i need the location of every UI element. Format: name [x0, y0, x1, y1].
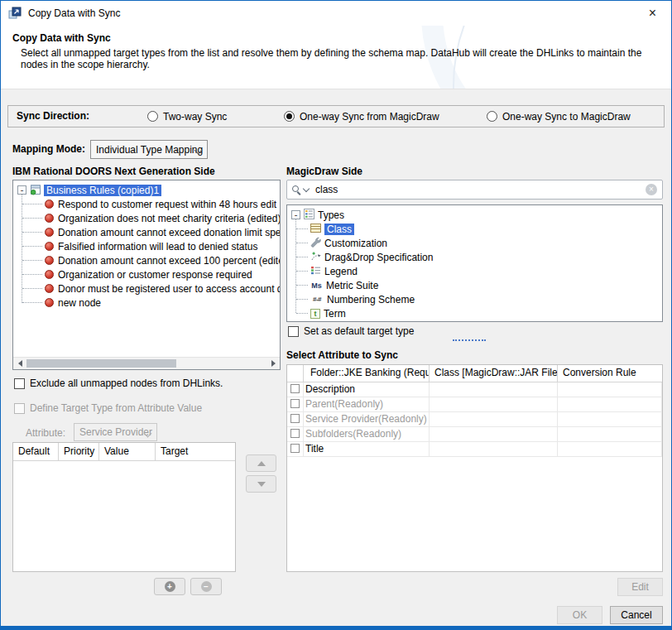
- tree-item-requirement[interactable]: Organization or customer response requir…: [13, 267, 280, 281]
- mapping-mode-select[interactable]: Individual Type Mapping: [90, 140, 208, 159]
- tree-item-label: Organization does not meet charity crite…: [58, 213, 281, 224]
- conversion-rule-cell[interactable]: [558, 442, 662, 456]
- type-search-input[interactable]: class ×: [286, 180, 663, 200]
- column-header-value: Value: [99, 443, 156, 460]
- requirement-icon: [45, 298, 54, 307]
- tree-item-requirement[interactable]: Falsified information will lead to denie…: [13, 239, 280, 253]
- mapping-mode-value: Individual Type Mapping: [96, 144, 203, 156]
- arrow-down-icon: [257, 482, 266, 491]
- attribute-checkbox[interactable]: [290, 444, 300, 453]
- tree-item-requirement[interactable]: Organization does not meet charity crite…: [13, 211, 280, 225]
- arrow-up-icon: [257, 457, 266, 466]
- clear-search-icon[interactable]: ×: [646, 184, 657, 195]
- attribute-checkbox[interactable]: [290, 399, 300, 408]
- target-attribute-cell[interactable]: [430, 412, 558, 426]
- types-icon: [304, 209, 314, 222]
- column-header-checkbox: [287, 365, 304, 382]
- conversion-rule-cell[interactable]: [558, 382, 662, 397]
- splitter-handle[interactable]: [453, 339, 486, 341]
- datahub-sync-icon: [8, 7, 22, 20]
- attribute-name: Service Provider(Readonly): [304, 412, 430, 426]
- radio-label: One-way Sync to MagicDraw: [502, 111, 631, 123]
- scroll-left-button[interactable]: [13, 358, 26, 369]
- tree-item-label: Numbering Scheme: [327, 294, 415, 305]
- conversion-rule-cell[interactable]: [558, 412, 662, 426]
- horizontal-scrollbar[interactable]: [13, 357, 280, 369]
- attribute-checkbox[interactable]: [290, 384, 300, 393]
- tree-item-types[interactable]: - Types: [287, 208, 662, 222]
- conversion-rule-cell[interactable]: [558, 427, 662, 441]
- tree-item-legend[interactable]: Legend: [287, 264, 662, 278]
- requirement-icon: [45, 200, 54, 209]
- term-icon: t: [310, 309, 320, 319]
- conversion-rule-cell[interactable]: [558, 397, 662, 411]
- tree-item-label: Metric Suite: [326, 280, 378, 291]
- tree-item-business-rules[interactable]: - Business Rules (copied)1: [13, 183, 280, 197]
- tree-item-requirement[interactable]: Respond to customer request within 48 ho…: [13, 197, 280, 211]
- tree-item-class[interactable]: Class: [287, 222, 662, 236]
- attribute-checkbox[interactable]: [290, 414, 300, 423]
- attribute-row-subfolders[interactable]: Subfolders(Readonly): [287, 427, 662, 442]
- target-attribute-cell[interactable]: [430, 382, 558, 397]
- tree-item-requirement[interactable]: Donation amount cannot exceed donation l…: [13, 225, 280, 239]
- banner-description: Select all unmapped target types from th…: [21, 47, 641, 70]
- customization-icon: [310, 237, 321, 250]
- priority-mapping-table: Default Priority Value Target: [12, 442, 236, 572]
- cancel-button[interactable]: Cancel: [610, 606, 663, 624]
- tree-item-label: Term: [324, 308, 346, 320]
- header-banner: Copy Data with Sync Select all unmapped …: [1, 26, 671, 89]
- scrollbar-thumb[interactable]: [26, 359, 176, 368]
- checkbox-label: Define Target Type from Attribute Value: [30, 402, 202, 414]
- add-row-button[interactable]: +: [154, 578, 185, 595]
- attribute-sync-table: Folder::JKE Banking (Requi... Class [Mag…: [286, 364, 663, 572]
- target-attribute-cell[interactable]: [430, 442, 558, 456]
- ok-button[interactable]: OK: [557, 606, 602, 624]
- target-attribute-cell[interactable]: [430, 427, 558, 441]
- doors-side-title: IBM Rational DOORS Next Generation Side: [12, 166, 215, 177]
- attribute-name: Description: [304, 382, 430, 397]
- tree-item-requirement[interactable]: new node: [13, 296, 280, 310]
- radio-one-way-sync-to-magicdraw[interactable]: One-way Sync to MagicDraw: [487, 106, 631, 127]
- attribute-row-parent[interactable]: Parent(Readonly): [287, 397, 662, 412]
- tree-item-label: Types: [318, 209, 344, 221]
- attribute-checkbox[interactable]: [290, 429, 300, 438]
- requirement-icon: [45, 284, 54, 293]
- select-attribute-title: Select Attribute to Sync: [286, 349, 398, 361]
- requirement-icon: [45, 242, 54, 251]
- tree-item-customization[interactable]: Customization: [287, 236, 662, 250]
- tree-item-label: Respond to customer request within 48 ho…: [58, 199, 276, 210]
- attribute-row-service-provider[interactable]: Service Provider(Readonly): [287, 412, 662, 427]
- tree-item-requirement[interactable]: Donation amount cannot exceed 100 percen…: [13, 253, 280, 267]
- move-down-button[interactable]: [246, 475, 276, 493]
- set-default-target-checkbox[interactable]: Set as default target type: [288, 325, 414, 337]
- numbering-scheme-icon: #-#: [310, 296, 324, 303]
- banner-description-line1: Select all unmapped target types from th…: [21, 47, 641, 59]
- remove-row-button[interactable]: −: [190, 578, 222, 595]
- close-button[interactable]: ×: [634, 1, 671, 26]
- tree-item-dragdrop-specification[interactable]: Drag&Drop Specification: [287, 250, 662, 264]
- arrow-left-icon: [15, 360, 22, 367]
- tree-item-metric-suite[interactable]: Ms Metric Suite: [287, 278, 662, 292]
- title-bar: Copy Data with Sync ×: [1, 1, 671, 26]
- target-attribute-cell[interactable]: [430, 397, 558, 411]
- collapse-icon[interactable]: -: [17, 185, 26, 195]
- banner-title: Copy Data with Sync: [12, 32, 111, 44]
- define-target-type-checkbox[interactable]: Define Target Type from Attribute Value: [14, 402, 202, 414]
- radio-two-way-sync[interactable]: Two-way Sync: [147, 106, 227, 127]
- attribute-row-description[interactable]: Description: [287, 382, 662, 397]
- tree-item-term[interactable]: t Term: [287, 306, 662, 320]
- plus-icon: +: [165, 581, 175, 592]
- radio-label: Two-way Sync: [163, 111, 227, 123]
- column-header-source: Folder::JKE Banking (Requi...: [304, 365, 430, 382]
- move-up-button[interactable]: [246, 454, 276, 472]
- exclude-unmapped-checkbox[interactable]: Exclude all unmapped nodes from DHLinks.: [14, 378, 223, 389]
- radio-one-way-sync-from-magicdraw[interactable]: One-way Sync from MagicDraw: [284, 106, 439, 127]
- tree-item-numbering-scheme[interactable]: #-# Numbering Scheme: [287, 292, 662, 306]
- tree-item-requirement[interactable]: Donor must be registered user to access …: [13, 281, 280, 296]
- attribute-label: Attribute:: [26, 424, 65, 442]
- collapse-icon[interactable]: -: [291, 210, 300, 219]
- edit-button[interactable]: Edit: [617, 578, 663, 596]
- attribute-select[interactable]: Service Provider: [74, 423, 157, 441]
- scroll-right-button[interactable]: [267, 358, 280, 369]
- attribute-row-title[interactable]: Title: [287, 442, 662, 457]
